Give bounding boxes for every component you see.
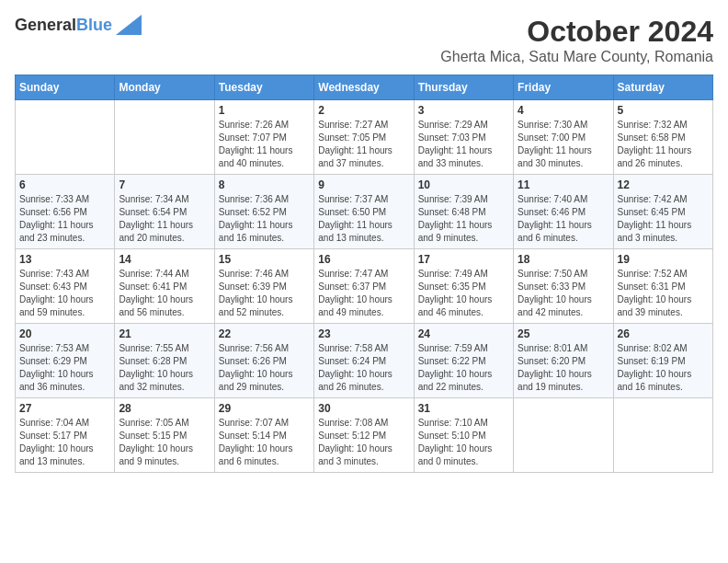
day-number: 7	[119, 178, 210, 191]
day-number: 9	[318, 178, 409, 191]
weekday-header: Monday	[115, 75, 214, 100]
day-number: 23	[318, 327, 409, 340]
calendar-header-row: SundayMondayTuesdayWednesdayThursdayFrid…	[16, 75, 713, 100]
calendar-week-row: 20Sunrise: 7:53 AM Sunset: 6:29 PM Dayli…	[16, 324, 713, 398]
day-info: Sunrise: 7:56 AM Sunset: 6:26 PM Dayligh…	[219, 342, 310, 394]
day-info: Sunrise: 7:05 AM Sunset: 5:15 PM Dayligh…	[119, 417, 210, 468]
calendar-cell: 7Sunrise: 7:34 AM Sunset: 6:54 PM Daylig…	[115, 175, 214, 249]
svg-marker-0	[116, 15, 142, 35]
calendar-cell: 9Sunrise: 7:37 AM Sunset: 6:50 PM Daylig…	[314, 175, 414, 249]
weekday-header: Friday	[514, 75, 613, 100]
day-number: 21	[119, 327, 210, 340]
day-info: Sunrise: 7:26 AM Sunset: 7:07 PM Dayligh…	[219, 119, 310, 170]
day-info: Sunrise: 7:44 AM Sunset: 6:41 PM Dayligh…	[119, 268, 210, 319]
day-info: Sunrise: 7:58 AM Sunset: 6:24 PM Dayligh…	[318, 342, 409, 394]
calendar-cell: 29Sunrise: 7:07 AM Sunset: 5:14 PM Dayli…	[214, 398, 313, 473]
calendar-cell: 23Sunrise: 7:58 AM Sunset: 6:24 PM Dayli…	[314, 324, 414, 398]
day-number: 17	[418, 253, 509, 266]
calendar-cell: 30Sunrise: 7:08 AM Sunset: 5:12 PM Dayli…	[314, 398, 414, 473]
page-title: October 2024	[440, 15, 713, 49]
calendar-cell: 16Sunrise: 7:47 AM Sunset: 6:37 PM Dayli…	[314, 249, 414, 324]
day-number: 12	[618, 178, 709, 191]
logo-icon	[116, 15, 142, 35]
day-info: Sunrise: 7:34 AM Sunset: 6:54 PM Dayligh…	[119, 193, 210, 245]
day-info: Sunrise: 7:33 AM Sunset: 6:56 PM Dayligh…	[19, 193, 110, 245]
day-number: 19	[618, 253, 709, 266]
calendar-cell: 15Sunrise: 7:46 AM Sunset: 6:39 PM Dayli…	[214, 249, 313, 324]
weekday-header: Tuesday	[214, 75, 313, 100]
day-number: 30	[318, 402, 409, 415]
calendar-cell: 6Sunrise: 7:33 AM Sunset: 6:56 PM Daylig…	[16, 175, 115, 249]
day-info: Sunrise: 8:02 AM Sunset: 6:19 PM Dayligh…	[618, 342, 709, 394]
day-info: Sunrise: 7:10 AM Sunset: 5:10 PM Dayligh…	[418, 417, 509, 468]
calendar-cell: 27Sunrise: 7:04 AM Sunset: 5:17 PM Dayli…	[16, 398, 115, 473]
calendar-cell: 3Sunrise: 7:29 AM Sunset: 7:03 PM Daylig…	[414, 100, 513, 175]
day-number: 8	[219, 178, 310, 191]
calendar-cell: 14Sunrise: 7:44 AM Sunset: 6:41 PM Dayli…	[115, 249, 214, 324]
day-number: 22	[219, 327, 310, 340]
calendar-week-row: 1Sunrise: 7:26 AM Sunset: 7:07 PM Daylig…	[16, 100, 713, 175]
day-info: Sunrise: 7:04 AM Sunset: 5:17 PM Dayligh…	[19, 417, 110, 468]
day-number: 29	[219, 402, 310, 415]
day-info: Sunrise: 7:42 AM Sunset: 6:45 PM Dayligh…	[618, 193, 709, 245]
day-info: Sunrise: 7:27 AM Sunset: 7:05 PM Dayligh…	[318, 119, 409, 170]
calendar-week-row: 13Sunrise: 7:43 AM Sunset: 6:43 PM Dayli…	[16, 249, 713, 324]
day-number: 25	[518, 327, 609, 340]
day-number: 6	[19, 178, 110, 191]
day-info: Sunrise: 8:01 AM Sunset: 6:20 PM Dayligh…	[518, 342, 609, 394]
day-info: Sunrise: 7:32 AM Sunset: 6:58 PM Dayligh…	[618, 119, 709, 170]
day-info: Sunrise: 7:46 AM Sunset: 6:39 PM Dayligh…	[219, 268, 310, 319]
calendar-cell: 17Sunrise: 7:49 AM Sunset: 6:35 PM Dayli…	[414, 249, 513, 324]
calendar-cell: 8Sunrise: 7:36 AM Sunset: 6:52 PM Daylig…	[214, 175, 313, 249]
day-info: Sunrise: 7:59 AM Sunset: 6:22 PM Dayligh…	[418, 342, 509, 394]
day-number: 3	[418, 104, 509, 117]
logo: GeneralBlue	[15, 15, 142, 35]
weekday-header: Sunday	[16, 75, 115, 100]
day-number: 11	[518, 178, 609, 191]
page-subtitle: Gherta Mica, Satu Mare County, Romania	[440, 49, 713, 65]
day-info: Sunrise: 7:08 AM Sunset: 5:12 PM Dayligh…	[318, 417, 409, 468]
calendar-cell: 28Sunrise: 7:05 AM Sunset: 5:15 PM Dayli…	[115, 398, 214, 473]
weekday-header: Saturday	[613, 75, 712, 100]
calendar-cell: 18Sunrise: 7:50 AM Sunset: 6:33 PM Dayli…	[514, 249, 613, 324]
calendar-cell: 22Sunrise: 7:56 AM Sunset: 6:26 PM Dayli…	[214, 324, 313, 398]
day-number: 4	[518, 104, 609, 117]
day-info: Sunrise: 7:30 AM Sunset: 7:00 PM Dayligh…	[518, 119, 609, 170]
calendar-week-row: 6Sunrise: 7:33 AM Sunset: 6:56 PM Daylig…	[16, 175, 713, 249]
day-number: 16	[318, 253, 409, 266]
day-info: Sunrise: 7:49 AM Sunset: 6:35 PM Dayligh…	[418, 268, 509, 319]
day-info: Sunrise: 7:52 AM Sunset: 6:31 PM Dayligh…	[618, 268, 709, 319]
day-number: 28	[119, 402, 210, 415]
calendar-cell	[514, 398, 613, 473]
day-info: Sunrise: 7:53 AM Sunset: 6:29 PM Dayligh…	[19, 342, 110, 394]
calendar-cell: 11Sunrise: 7:40 AM Sunset: 6:46 PM Dayli…	[514, 175, 613, 249]
day-number: 18	[518, 253, 609, 266]
day-info: Sunrise: 7:47 AM Sunset: 6:37 PM Dayligh…	[318, 268, 409, 319]
day-number: 14	[119, 253, 210, 266]
weekday-header: Thursday	[414, 75, 513, 100]
day-info: Sunrise: 7:43 AM Sunset: 6:43 PM Dayligh…	[19, 268, 110, 319]
day-number: 26	[618, 327, 709, 340]
day-number: 24	[418, 327, 509, 340]
calendar-cell: 12Sunrise: 7:42 AM Sunset: 6:45 PM Dayli…	[613, 175, 712, 249]
day-number: 1	[219, 104, 310, 117]
calendar-cell	[16, 100, 115, 175]
day-number: 10	[418, 178, 509, 191]
calendar-cell	[613, 398, 712, 473]
calendar-cell: 4Sunrise: 7:30 AM Sunset: 7:00 PM Daylig…	[514, 100, 613, 175]
day-info: Sunrise: 7:40 AM Sunset: 6:46 PM Dayligh…	[518, 193, 609, 245]
title-block: October 2024 Gherta Mica, Satu Mare Coun…	[440, 15, 713, 65]
calendar-cell: 5Sunrise: 7:32 AM Sunset: 6:58 PM Daylig…	[613, 100, 712, 175]
day-number: 13	[19, 253, 110, 266]
day-number: 2	[318, 104, 409, 117]
day-info: Sunrise: 7:50 AM Sunset: 6:33 PM Dayligh…	[518, 268, 609, 319]
calendar-table: SundayMondayTuesdayWednesdayThursdayFrid…	[15, 75, 713, 473]
calendar-week-row: 27Sunrise: 7:04 AM Sunset: 5:17 PM Dayli…	[16, 398, 713, 473]
day-info: Sunrise: 7:39 AM Sunset: 6:48 PM Dayligh…	[418, 193, 509, 245]
day-info: Sunrise: 7:29 AM Sunset: 7:03 PM Dayligh…	[418, 119, 509, 170]
day-info: Sunrise: 7:37 AM Sunset: 6:50 PM Dayligh…	[318, 193, 409, 245]
calendar-cell: 1Sunrise: 7:26 AM Sunset: 7:07 PM Daylig…	[214, 100, 313, 175]
day-number: 27	[19, 402, 110, 415]
calendar-cell: 19Sunrise: 7:52 AM Sunset: 6:31 PM Dayli…	[613, 249, 712, 324]
logo-blue: Blue	[76, 16, 112, 34]
